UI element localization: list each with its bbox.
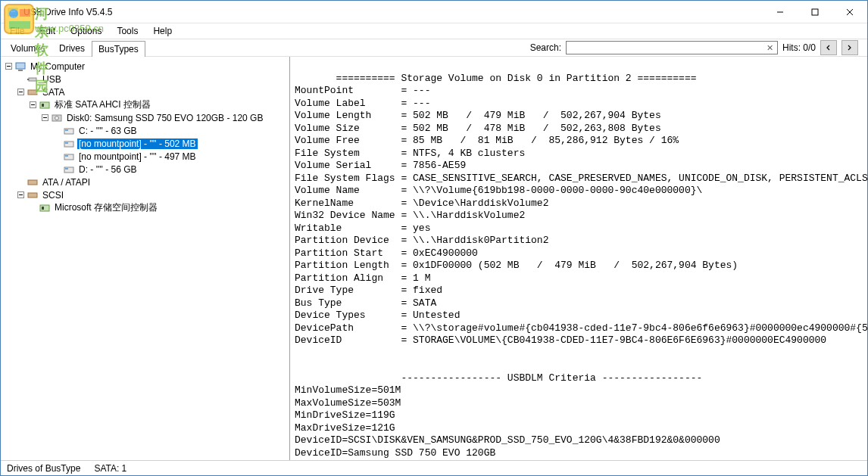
tree-pane[interactable]: My Computer USB SATA 标准 SATA AHCI 控制器 (1, 57, 290, 460)
tab-drives[interactable]: Drives (52, 40, 92, 56)
statusbar: Drives of BusType SATA: 1 (1, 460, 867, 475)
status-right: SATA: 1 (94, 463, 126, 474)
svg-rect-22 (42, 104, 44, 107)
svg-rect-13 (18, 70, 23, 71)
usb-icon (27, 73, 39, 86)
tab-group: Volumes Drives BusTypes (1, 39, 145, 56)
scsi-icon (27, 189, 39, 201)
collapse-icon[interactable] (28, 101, 37, 110)
svg-rect-32 (65, 155, 68, 157)
tree-root[interactable]: My Computer (2, 60, 288, 73)
drive-icon (63, 163, 75, 176)
svg-rect-12 (16, 63, 25, 69)
search-hits: Hits: 0/0 (782, 42, 816, 53)
collapse-icon[interactable] (4, 62, 13, 71)
drive-icon (63, 151, 75, 163)
svg-rect-40 (42, 207, 44, 210)
svg-rect-5 (11, 11, 15, 12)
sata-icon (27, 86, 39, 98)
drive-icon (63, 125, 75, 137)
search-label: Search: (530, 42, 561, 53)
svg-rect-30 (65, 142, 68, 144)
search-next-button[interactable] (841, 40, 858, 55)
status-left: Drives of BusType (7, 463, 80, 474)
tab-bustypes[interactable]: BusTypes (92, 41, 145, 57)
controller-icon (39, 202, 51, 214)
menubar: File Edit Options Tools Help (1, 23, 867, 39)
tree-sata[interactable]: SATA (2, 86, 288, 98)
search-clear-icon[interactable]: ✕ (764, 42, 776, 54)
tree-volume-nm2[interactable]: [no mountpoint] - '''' - 497 MB (2, 150, 288, 163)
svg-rect-35 (28, 180, 37, 185)
main-split: My Computer USB SATA 标准 SATA AHCI 控制器 (1, 57, 867, 460)
tree-ms-storage[interactable]: Microsoft 存储空间控制器 (2, 201, 288, 214)
svg-rect-38 (28, 193, 37, 198)
collapse-icon[interactable] (16, 88, 25, 97)
svg-rect-7 (812, 9, 818, 15)
tree-scsi[interactable]: SCSI (2, 188, 288, 201)
toolbar-row: Volumes Drives BusTypes Search: ✕ Hits: … (1, 39, 867, 57)
tree-disk0[interactable]: Disk0: Samsung SSD 750 EVO 120GB - 120 G… (2, 111, 288, 124)
svg-rect-21 (40, 102, 49, 108)
disk-icon (51, 112, 63, 124)
search-prev-button[interactable] (820, 40, 837, 55)
app-icon (7, 6, 19, 18)
menu-tools[interactable]: Tools (111, 24, 144, 38)
svg-rect-34 (65, 168, 68, 170)
controller-icon (39, 99, 51, 111)
svg-rect-15 (27, 79, 29, 80)
menu-edit[interactable]: Edit (33, 24, 61, 38)
collapse-icon[interactable] (40, 114, 49, 123)
collapse-icon[interactable] (16, 191, 25, 200)
search-input[interactable] (566, 41, 778, 54)
svg-rect-14 (29, 78, 36, 81)
ata-icon (27, 176, 39, 188)
tree-ata[interactable]: ATA / ATAPI (2, 176, 288, 188)
window-title: USB Drive Info V5.4.5 (23, 7, 112, 17)
tree-volume-d[interactable]: D: - '''' - 56 GB (2, 163, 288, 176)
svg-point-26 (55, 116, 59, 120)
svg-rect-28 (65, 129, 68, 131)
close-button[interactable] (832, 1, 867, 23)
tree-sata-controller[interactable]: 标准 SATA AHCI 控制器 (2, 98, 288, 111)
tree-usb[interactable]: USB (2, 73, 288, 86)
tree-volume-c[interactable]: C: - '''' - 63 GB (2, 124, 288, 137)
detail-text: ========== Storage Volume on Disk 0 in P… (290, 57, 867, 460)
menu-options[interactable]: Options (64, 24, 108, 38)
svg-rect-39 (40, 205, 49, 211)
drive-icon (63, 138, 75, 150)
titlebar: USB Drive Info V5.4.5 (1, 1, 867, 23)
tab-volumes[interactable]: Volumes (4, 40, 52, 56)
computer-icon (14, 61, 27, 73)
svg-rect-18 (28, 90, 37, 95)
search-area: Search: ✕ Hits: 0/0 (530, 40, 858, 55)
detail-pane[interactable]: ========== Storage Volume on Disk 0 in P… (290, 57, 867, 460)
menu-help[interactable]: Help (147, 24, 178, 38)
menu-file[interactable]: File (4, 24, 30, 38)
tree-volume-selected[interactable]: [no mountpoint] - '''' - 502 MB (2, 137, 288, 150)
maximize-button[interactable] (798, 1, 832, 23)
minimize-button[interactable] (763, 1, 798, 23)
